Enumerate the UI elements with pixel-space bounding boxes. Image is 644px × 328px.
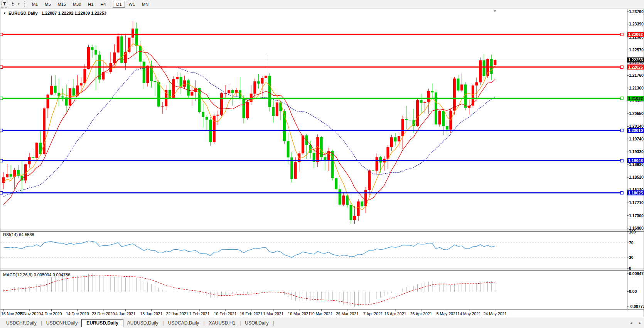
- timeframe-button-d1[interactable]: D1: [113, 1, 125, 8]
- svg-text:26 Apr 2021: 26 Apr 2021: [410, 311, 432, 316]
- svg-text:14 Dec 2020: 14 Dec 2020: [66, 311, 89, 316]
- ma-fast-line: [3, 44, 495, 210]
- level-handle: [0, 129, 3, 132]
- level-handle: [620, 97, 623, 100]
- svg-text:0.009478: 0.009478: [629, 271, 644, 276]
- svg-text:10 Feb 2021: 10 Feb 2021: [214, 311, 237, 316]
- svg-text:23 Dec 2020: 23 Dec 2020: [92, 311, 115, 316]
- chart-canvas[interactable]: 1.237901.233901.229801.225701.221701.217…: [0, 9, 644, 317]
- svg-text:14 May 2021: 14 May 2021: [457, 311, 481, 316]
- level-handle: [620, 129, 623, 132]
- horizontal-levels[interactable]: [0, 33, 623, 194]
- svg-text:1.19740: 1.19740: [629, 137, 644, 141]
- tab-scroll-left-icon[interactable]: ◄: [629, 321, 633, 325]
- svg-text:1.20550: 1.20550: [629, 111, 644, 116]
- svg-text:4 Dec 2020: 4 Dec 2020: [41, 311, 62, 316]
- level-handle: [0, 191, 3, 194]
- tab-scroll-right-icon[interactable]: ►: [638, 321, 642, 325]
- arrows-tool-button[interactable]: ▼: [9, 1, 21, 8]
- ma-mid-line: [3, 51, 495, 205]
- toolbar: T ▼ M1M5M15M30H1H4D1W1MN: [0, 0, 644, 8]
- rsi-line: [3, 241, 495, 257]
- chart-tab-usdcad[interactable]: USDCAD,Daily: [164, 319, 203, 327]
- level-handle: [620, 33, 623, 36]
- tab-separator: |: [273, 320, 275, 326]
- text-tool-icon: T: [3, 1, 6, 7]
- macd-pane: 0.0094780.00-0.007778: [3, 271, 644, 309]
- timeframe-button-m1[interactable]: M1: [29, 1, 41, 8]
- date-axis: 16 Nov 202025 Nov 20204 Dec 202014 Dec 2…: [1, 309, 507, 316]
- chart-tab-usdcnh[interactable]: USDCNH,Daily: [42, 319, 81, 327]
- svg-text:1.18520: 1.18520: [629, 175, 644, 179]
- svg-text:30: 30: [629, 255, 634, 260]
- trading-app-window: T ▼ M1M5M15M30H1H4D1W1MN 1.237901.233901…: [0, 0, 644, 328]
- svg-text:-0.007778: -0.007778: [629, 304, 644, 309]
- svg-text:22 Jan 2021: 22 Jan 2021: [166, 311, 189, 316]
- svg-text:1.22025: 1.22025: [628, 65, 643, 69]
- svg-text:0.00: 0.00: [629, 289, 637, 294]
- chart-tabbar: USDCHF,Daily|USDCNH,DailyEURUSD,DailyAUD…: [0, 319, 644, 327]
- tab-items: USDCHF,Daily|USDCNH,DailyEURUSD,DailyAUD…: [2, 319, 275, 327]
- timeframe-button-w1[interactable]: W1: [126, 1, 138, 8]
- svg-text:1.19048: 1.19048: [628, 158, 643, 163]
- svg-text:1.22253: 1.22253: [628, 57, 643, 62]
- level-handle: [0, 33, 3, 36]
- svg-text:25 Nov 2020: 25 Nov 2020: [18, 311, 41, 316]
- timeframe-button-mn[interactable]: MN: [139, 1, 152, 8]
- arrows-tool-icon: [10, 2, 16, 7]
- svg-text:16 Apr 2021: 16 Apr 2021: [384, 311, 406, 316]
- toolbar-separator: [111, 2, 111, 7]
- svg-text:1.21760: 1.21760: [629, 73, 644, 78]
- level-handle: [620, 191, 623, 194]
- svg-text:1.18025: 1.18025: [628, 191, 643, 195]
- level-handle: [620, 159, 623, 162]
- rsi-pane: 10070300: [0, 230, 636, 271]
- timeframe-button-h4[interactable]: H4: [97, 1, 109, 8]
- level-handle: [0, 97, 3, 100]
- svg-text:24 May 2021: 24 May 2021: [483, 311, 507, 316]
- moving-averages: [3, 44, 495, 210]
- svg-text:1.17300: 1.17300: [629, 213, 644, 218]
- chart-tab-eurusd[interactable]: EURUSD,Daily: [81, 319, 123, 327]
- chart-tab-usdchf[interactable]: USDCHF,Daily: [2, 319, 40, 327]
- svg-text:100: 100: [629, 230, 636, 234]
- svg-text:7 Apr 2021: 7 Apr 2021: [363, 311, 383, 316]
- svg-text:19 Feb 2021: 19 Feb 2021: [240, 311, 263, 316]
- chart-tab-audusd[interactable]: AUDUSD,Daily: [123, 319, 162, 327]
- toolbar-grip: [24, 1, 26, 7]
- svg-text:1.19330: 1.19330: [629, 149, 644, 154]
- level-handle: [0, 159, 3, 162]
- timeframe-button-m5[interactable]: M5: [42, 1, 54, 8]
- level-handle: [0, 66, 3, 68]
- tab-scroll-arrows: ◄ ►: [629, 319, 642, 327]
- chart-tab-usoil[interactable]: USOil,Daily: [241, 319, 272, 327]
- timeframe-buttons: M1M5M15M30H1H4D1W1MN: [29, 1, 152, 8]
- svg-text:10 Mar 2021: 10 Mar 2021: [288, 311, 310, 316]
- chart-window: 1.237901.233901.229801.225701.221701.217…: [0, 9, 644, 317]
- svg-text:13 Jan 2021: 13 Jan 2021: [140, 311, 162, 316]
- svg-text:1.22570: 1.22570: [629, 47, 644, 52]
- svg-text:1.20010: 1.20010: [628, 128, 643, 133]
- svg-text:1.21032: 1.21032: [628, 96, 643, 101]
- svg-text:1.21360: 1.21360: [629, 86, 644, 90]
- svg-text:1 Feb 2021: 1 Feb 2021: [189, 311, 209, 316]
- svg-text:1.23062: 1.23062: [628, 32, 643, 37]
- chevron-down-icon: ▼: [17, 3, 20, 5]
- chart-tab-xauusd[interactable]: XAUUSD,H1: [205, 319, 239, 327]
- timeframe-button-m15[interactable]: M15: [55, 1, 69, 8]
- svg-text:19 Mar 2021: 19 Mar 2021: [310, 311, 333, 316]
- svg-text:1 Mar 2021: 1 Mar 2021: [263, 311, 283, 316]
- svg-text:1.17710: 1.17710: [629, 200, 644, 205]
- svg-text:1.23390: 1.23390: [629, 22, 644, 26]
- svg-text:0: 0: [629, 266, 631, 271]
- level-handle: [620, 66, 623, 68]
- timeframe-button-m30[interactable]: M30: [70, 1, 84, 8]
- svg-text:29 Mar 2021: 29 Mar 2021: [336, 311, 359, 316]
- price-axis: 1.237901.233901.229801.225701.221701.217…: [627, 9, 644, 306]
- timeframe-button-h1[interactable]: H1: [85, 1, 96, 8]
- svg-text:5 May 2021: 5 May 2021: [437, 311, 458, 316]
- svg-text:4 Jan 2021: 4 Jan 2021: [115, 311, 135, 316]
- text-tool-button[interactable]: T: [1, 1, 8, 8]
- svg-text:1.23790: 1.23790: [629, 9, 644, 14]
- svg-text:70: 70: [629, 240, 634, 245]
